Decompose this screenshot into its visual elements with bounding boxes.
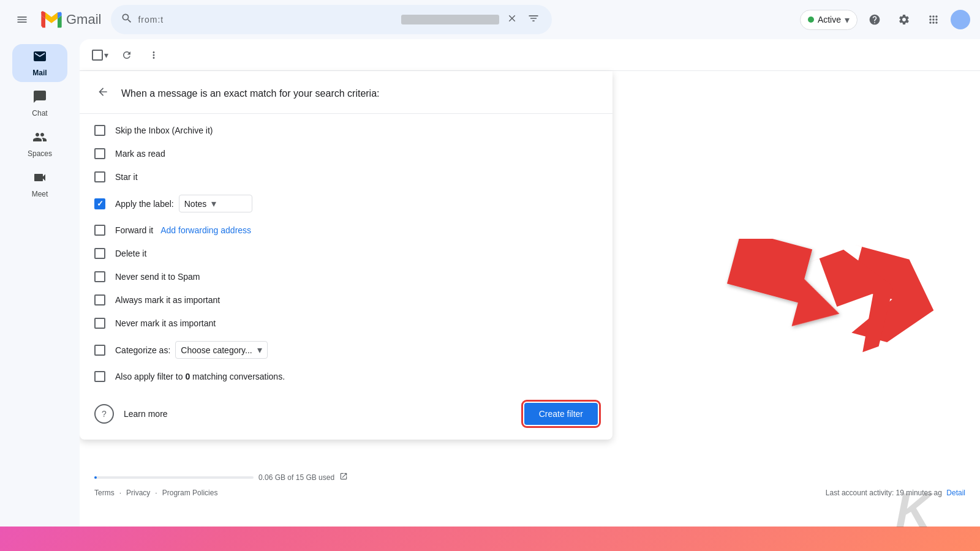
star-label: Star it [115,172,138,182]
filter-option-delete: Delete it [94,242,598,265]
label-dropdown-value: Notes [184,199,207,209]
sidebar-chat-label: Chat [32,109,47,118]
checkbox-square [92,50,103,61]
settings-button[interactable] [892,7,916,32]
help-icon-button[interactable]: ? [94,404,114,424]
hamburger-button[interactable] [10,7,34,32]
sidebar-spaces-label: Spaces [28,149,52,158]
mark-read-checkbox[interactable] [94,148,105,159]
storage-bar-fill [94,476,97,479]
dialog-body: Skip the Inbox (Archive it) Mark as read… [80,114,612,393]
privacy-link[interactable]: Privacy [126,489,150,497]
filter-option-never-spam: Never send it to Spam [94,265,598,288]
filter-option-mark-read: Mark as read [94,142,598,165]
topbar-right: Active ▾ [800,7,970,32]
active-dot [808,17,814,23]
active-label: Active [818,15,841,24]
detail-link[interactable]: Detail [946,489,965,497]
search-filter-button[interactable] [525,10,542,30]
sidebar-item-spaces[interactable]: Spaces [12,125,67,163]
help-button[interactable] [862,7,887,32]
sidebar-item-meet[interactable]: Meet [12,165,67,203]
search-icon [121,12,133,28]
topbar: Gmail [0,0,980,39]
sidebar-mail-label: Mail [32,69,47,77]
skip-inbox-label: Skip the Inbox (Archive it) [115,126,213,135]
filter-option-skip-inbox: Skip the Inbox (Archive it) [94,119,598,142]
filter-option-apply-label: Apply the label: Notes ▾ [94,189,598,219]
main-content: ▾ When a message is [80,39,980,527]
storage-bar-background [94,476,254,479]
search-input[interactable] [138,15,399,24]
category-dropdown[interactable]: Choose category... ▾ [175,341,267,359]
spaces-icon [32,130,47,148]
category-dropdown-value: Choose category... [181,345,252,355]
bottom-bar: Terms · Privacy · Program Policies Last … [80,484,980,502]
toolbar-row: ▾ [80,39,980,71]
sidebar-item-mail[interactable]: Mail [12,44,67,82]
category-arrow-icon: ▾ [257,344,262,356]
dialog-footer: ? Learn more Create filter [80,393,612,425]
delete-checkbox[interactable] [94,248,105,259]
filter-option-star: Star it [94,165,598,189]
apply-label-checkbox[interactable] [94,198,105,209]
delete-label: Delete it [115,249,146,258]
filter-option-categorize: Categorize as: Choose category... ▾ [94,335,598,365]
apps-button[interactable] [921,7,946,32]
meet-icon [32,170,47,189]
sidebar: Mail Chat Spaces Mee [0,39,80,527]
dialog-title: When a message is an exact match for you… [121,88,380,99]
chevron-down-icon: ▾ [104,50,108,60]
label-dropdown[interactable]: Notes ▾ [179,195,252,212]
dialog-header: When a message is an exact match for you… [80,71,612,114]
always-important-label: Always mark it as important [115,295,220,305]
chevron-down-icon: ▾ [845,14,850,26]
star-checkbox[interactable] [94,171,105,182]
terms-link[interactable]: Terms [94,489,115,497]
gmail-logo-text: Gmail [66,12,101,28]
manage-storage-button[interactable] [339,472,348,482]
active-status-button[interactable]: Active ▾ [800,10,858,30]
select-all-checkbox[interactable]: ▾ [89,47,111,63]
also-apply-label: Also apply filter to 0 matching conversa… [115,372,285,381]
dropdown-arrow-icon: ▾ [211,198,216,209]
gmail-logo: Gmail [39,7,101,32]
filter-option-also-apply: Also apply filter to 0 matching conversa… [94,365,598,388]
filter-option-never-important: Never mark it as important [94,312,598,335]
storage-bar-container: 0.06 GB of 15 GB used [80,470,980,485]
gmail-container: Gmail [0,0,980,527]
search-clear-button[interactable] [504,10,520,29]
never-spam-checkbox[interactable] [94,271,105,282]
watermark: K [895,482,931,539]
also-apply-text: Also apply filter to 0 matching conversa… [115,372,285,381]
footer-links: Terms · Privacy · Program Policies [94,489,217,497]
storage-text: 0.06 GB of 15 GB used [258,473,334,482]
never-important-label: Never mark it as important [115,318,216,328]
search-bar [111,5,552,34]
chat-icon [32,89,47,108]
forward-label: Forward it Add forwarding address [115,225,251,235]
mail-icon [32,49,47,67]
program-policies-link[interactable]: Program Policies [162,489,218,497]
never-important-checkbox[interactable] [94,318,105,329]
never-spam-label: Never send it to Spam [115,272,200,282]
sidebar-meet-label: Meet [32,190,48,198]
learn-more-text: Learn more [124,409,168,419]
avatar[interactable] [951,10,970,29]
create-filter-button[interactable]: Create filter [524,403,598,425]
filter-option-forward: Forward it Add forwarding address [94,219,598,242]
skip-inbox-checkbox[interactable] [94,125,105,136]
sidebar-item-chat[interactable]: Chat [12,84,67,122]
categorize-label: Categorize as: Choose category... ▾ [115,341,268,359]
filter-option-always-important: Always mark it as important [94,288,598,312]
forward-checkbox[interactable] [94,225,105,236]
also-apply-checkbox[interactable] [94,371,105,382]
always-important-checkbox[interactable] [94,294,105,305]
more-options-button[interactable] [143,44,165,66]
refresh-button[interactable] [116,44,138,66]
mark-read-label: Mark as read [115,149,165,159]
back-button[interactable] [94,83,111,103]
add-forwarding-link[interactable]: Add forwarding address [160,225,251,235]
categorize-checkbox[interactable] [94,345,105,356]
apply-label-text: Apply the label: Notes ▾ [115,195,252,212]
